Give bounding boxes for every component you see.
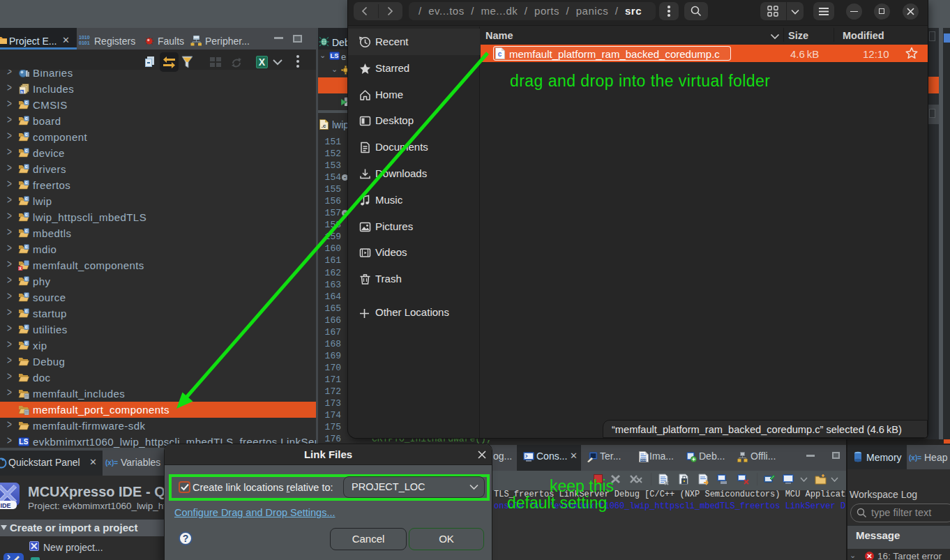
svg-text:IDE: IDE [0, 502, 10, 509]
svg-text:010: 010 [640, 458, 646, 462]
